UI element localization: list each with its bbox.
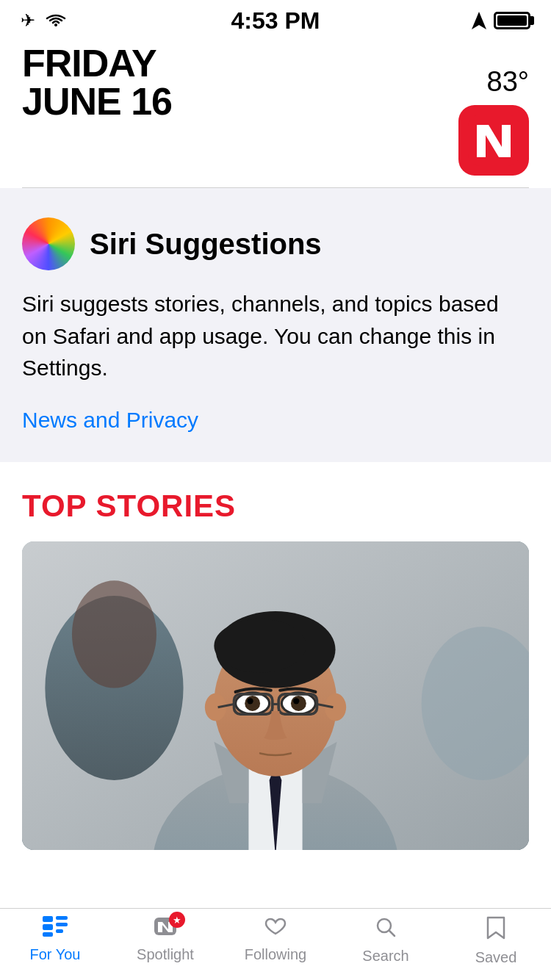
header-date-text: JUNE 16 [22,82,172,120]
tab-bar: For You ★ Spotlight Following [0,908,551,980]
top-story-image[interactable] [22,541,529,850]
svg-rect-28 [43,916,53,922]
search-icon [375,916,397,943]
siri-icon [22,217,75,270]
siri-body-text: Siri suggests stories, channels, and top… [22,288,529,384]
spotlight-label: Spotlight [137,946,194,963]
battery-icon [494,12,530,29]
svg-point-21 [291,696,306,711]
saved-label: Saved [475,949,517,966]
status-left-icons: ✈ [21,10,66,31]
svg-point-18 [245,696,260,711]
following-icon [263,916,288,942]
location-icon [472,12,486,29]
header-date: FRIDAY JUNE 16 [22,44,172,120]
svg-line-36 [389,931,395,937]
airplane-icon: ✈ [21,10,35,31]
status-right-icons [472,12,530,29]
status-bar: ✈ 4:53 PM [0,0,551,37]
spotlight-icon: ★ [153,916,178,942]
tab-saved[interactable]: Saved [441,916,551,966]
svg-point-22 [293,698,299,704]
svg-point-14 [214,619,306,672]
tab-search[interactable]: Search [331,916,441,965]
svg-point-4 [72,580,156,688]
news-logo-icon [468,115,519,166]
header: FRIDAY JUNE 16 83° [0,37,551,187]
main-content: ✈ 4:53 PM FRIDAY JUNE 16 83° [0,0,551,937]
wifi-icon [46,13,66,28]
status-time: 4:53 PM [231,7,320,35]
top-stories-label: TOP STORIES [22,489,529,524]
siri-gradient [22,217,75,270]
siri-title: Siri Suggestions [90,228,322,261]
svg-point-19 [247,698,253,704]
temperature-display: 83° [487,66,529,98]
story-photo [22,541,529,850]
svg-rect-32 [56,923,68,926]
tab-following[interactable]: Following [220,916,331,963]
for-you-label: For You [30,946,81,963]
top-stories-section: TOP STORIES [0,462,551,865]
header-day: FRIDAY [22,44,172,82]
news-privacy-link[interactable]: News and Privacy [22,408,198,432]
tab-spotlight[interactable]: ★ Spotlight [110,916,220,963]
person-illustration [22,541,529,850]
siri-suggestions-section: Siri Suggestions Siri suggests stories, … [0,188,551,462]
for-you-icon [43,916,68,942]
battery-fill [497,15,527,26]
saved-icon [486,916,505,945]
spotlight-badge: ★ [169,912,185,928]
svg-rect-33 [56,929,63,933]
following-label: Following [245,946,306,963]
tab-for-you[interactable]: For You [0,916,110,963]
header-right: 83° [458,44,529,176]
svg-rect-31 [56,916,68,920]
search-label: Search [362,948,408,965]
svg-point-0 [54,24,57,26]
apple-news-logo[interactable] [458,105,529,176]
svg-rect-29 [43,924,53,930]
siri-header: Siri Suggestions [22,217,529,270]
spotlight-badge-star: ★ [173,915,181,926]
svg-rect-30 [43,932,53,937]
